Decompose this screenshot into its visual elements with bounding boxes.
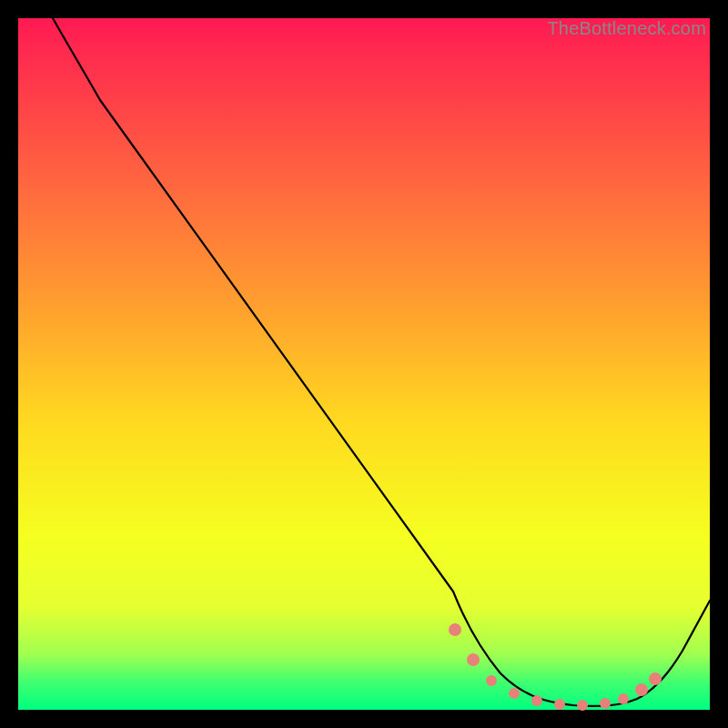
svg-point-2 (486, 675, 497, 686)
svg-point-4 (531, 695, 542, 706)
svg-point-9 (635, 683, 648, 696)
svg-point-10 (649, 672, 662, 685)
svg-point-7 (600, 698, 611, 709)
svg-point-5 (554, 699, 565, 710)
svg-point-0 (449, 623, 461, 636)
svg-point-8 (618, 693, 629, 704)
bottleneck-curve (18, 18, 710, 710)
flat-region-dots (449, 623, 662, 711)
plot-area: TheBottleneck.com (18, 18, 710, 710)
svg-point-1 (467, 653, 480, 666)
svg-point-6 (577, 700, 588, 711)
svg-point-3 (509, 688, 520, 699)
chart-frame: TheBottleneck.com (0, 0, 728, 728)
curve-path (53, 18, 710, 706)
